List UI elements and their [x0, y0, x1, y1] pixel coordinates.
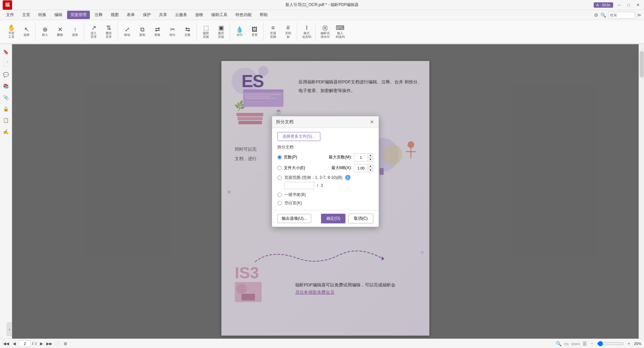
- dialog-title-label: 拆分文档: [276, 119, 293, 125]
- page-separator: /: [32, 341, 33, 346]
- by-blank-radio[interactable]: [277, 201, 282, 205]
- menu-feature[interactable]: 特色功能: [232, 11, 255, 19]
- by-bookmark-radio[interactable]: [277, 193, 282, 197]
- max-pages-input[interactable]: 1: [354, 154, 368, 161]
- crop-page-button[interactable]: ⬚ 裁剪页面: [199, 23, 213, 41]
- last-page-button[interactable]: ▶▶: [46, 340, 53, 347]
- sidebar-item-sign[interactable]: ✍: [1, 127, 11, 137]
- zoom-fit-icon[interactable]: 🔍: [556, 341, 561, 346]
- menu-file[interactable]: 文件: [3, 11, 17, 19]
- menu-share[interactable]: 共享: [156, 11, 170, 19]
- menu-expand-icon[interactable]: ≫: [637, 13, 641, 17]
- max-pages-label: 最大页数(M):: [329, 154, 352, 160]
- sidebar-item-fields[interactable]: 📋: [1, 115, 11, 125]
- ocr-icon: ㊗: [322, 25, 328, 31]
- sidebar-item-attachments[interactable]: 📎: [1, 92, 11, 102]
- replace-button[interactable]: ⇄ 替换: [150, 23, 165, 41]
- sidebar-item-comments[interactable]: 💬: [1, 70, 11, 80]
- view-mode-button[interactable]: 📄: [54, 340, 61, 347]
- menu-view[interactable]: 视图: [107, 11, 122, 19]
- move-button[interactable]: ⤢ 移动: [120, 23, 135, 41]
- view-double-icon[interactable]: ▭▭: [571, 341, 580, 346]
- sidebar-item-bookmark[interactable]: 🔖: [1, 47, 11, 57]
- crop-face-icon: ▣: [218, 25, 224, 31]
- by-blank-label: 空白页(K): [284, 200, 302, 206]
- dialog-titlebar: 拆分文档 ✕: [272, 116, 379, 128]
- prev-page-button[interactable]: ◀: [11, 340, 17, 347]
- max-pages-down-arrow[interactable]: ▼: [368, 157, 373, 161]
- max-mb-up-arrow[interactable]: ▲: [368, 164, 373, 168]
- insert-button[interactable]: ⊕ 插入: [38, 23, 52, 41]
- menu-home[interactable]: 主页: [19, 11, 34, 19]
- first-page-button[interactable]: ◀◀: [3, 340, 9, 347]
- split-icon: ✂: [170, 26, 175, 32]
- menu-help[interactable]: 帮助: [256, 11, 271, 19]
- close-button[interactable]: ✕: [635, 2, 641, 8]
- input-button[interactable]: ⌨ 输入码送码: [333, 23, 347, 41]
- delete-icon: ✕: [58, 26, 63, 32]
- header-footer-icon: ≡: [271, 25, 275, 31]
- exchange-button[interactable]: ⇆ 交换: [180, 23, 195, 41]
- menu-cloud[interactable]: 云服务: [172, 11, 191, 19]
- menu-page-manage[interactable]: 页面管理: [67, 11, 90, 19]
- extract-button[interactable]: ↑ 提取: [68, 23, 83, 41]
- cancel-button[interactable]: 取消(C): [348, 214, 373, 223]
- ocr-button[interactable]: ㊗ 融昕试用水印: [318, 23, 332, 41]
- select-files-button[interactable]: 选择更多文件(S)...: [277, 132, 320, 141]
- by-pages-radio[interactable]: [277, 155, 282, 159]
- max-mb-arrows: ▲ ▼: [368, 164, 373, 172]
- max-mb-input[interactable]: 1.00: [354, 164, 368, 172]
- range-text-input[interactable]: [284, 182, 314, 189]
- navigate-button[interactable]: ↗ 进入页序: [86, 23, 101, 41]
- thumbnail-button[interactable]: ⊞: [62, 340, 69, 347]
- max-pages-up-arrow[interactable]: ▲: [368, 154, 373, 157]
- menu-search-input[interactable]: [608, 12, 635, 18]
- max-mb-spinner[interactable]: 1.00 ▲ ▼: [354, 164, 373, 172]
- view-single-icon[interactable]: ▭: [564, 341, 569, 346]
- settings-icon[interactable]: ⚙: [594, 12, 598, 18]
- by-range-radio[interactable]: [277, 176, 282, 180]
- max-mb-down-arrow[interactable]: ▼: [368, 168, 373, 172]
- info-icon[interactable]: i: [345, 175, 351, 180]
- menu-comment[interactable]: 注释: [91, 11, 106, 19]
- search-icon[interactable]: 🔍: [600, 12, 606, 18]
- page-number-input[interactable]: [19, 340, 31, 347]
- copy-button[interactable]: ⧉ 复制: [135, 23, 150, 41]
- zoom-slider[interactable]: [597, 341, 624, 346]
- output-options-button[interactable]: 输出选项(U)...: [277, 214, 311, 223]
- sidebar-item-security[interactable]: 🔒: [1, 104, 11, 114]
- maximize-button[interactable]: □: [625, 2, 632, 8]
- by-size-radio[interactable]: [277, 166, 282, 170]
- menu-protect[interactable]: 保护: [140, 11, 154, 19]
- minimize-button[interactable]: ─: [616, 2, 623, 8]
- hand-tool-button[interactable]: ✋ 手型工具: [4, 23, 19, 41]
- menu-assist[interactable]: 辅助工具: [208, 11, 231, 19]
- zoom-out-icon[interactable]: －: [590, 341, 594, 347]
- background-button[interactable]: 🖼 背景: [247, 23, 262, 41]
- sidebar-item-layers[interactable]: 📚: [1, 81, 11, 91]
- select-tool-button[interactable]: ↖ 选择: [19, 23, 34, 41]
- watermark-button[interactable]: 💧 水印: [232, 23, 247, 41]
- ok-button[interactable]: 确定(O): [321, 214, 345, 223]
- reorder-button[interactable]: ⇅ 重排页序: [101, 23, 116, 41]
- menu-edit[interactable]: 编辑: [51, 11, 66, 19]
- tool-group-crop: ⬚ 裁剪页面 ▣ 裁页页面: [197, 22, 230, 41]
- split-button[interactable]: ✂ 拆分: [165, 23, 180, 41]
- menu-form[interactable]: 表单: [123, 11, 138, 19]
- zoom-in-icon[interactable]: ＋: [627, 341, 631, 347]
- right-scrollbar[interactable]: [639, 44, 644, 339]
- dialog-close-button[interactable]: ✕: [369, 119, 375, 125]
- next-page-button[interactable]: ▶: [38, 340, 45, 347]
- format-button[interactable]: Ⅰ 格式化页码: [299, 23, 314, 41]
- menu-convert[interactable]: 转换: [35, 11, 50, 19]
- page-num-button[interactable]: # 页码标: [281, 23, 296, 41]
- delete-button[interactable]: ✕ 删除: [53, 23, 67, 41]
- crop-face-button[interactable]: ▣ 裁页页面: [214, 23, 228, 41]
- sidebar-expand-button[interactable]: ›: [7, 323, 12, 336]
- max-pages-spinner[interactable]: 1 ▲ ▼: [354, 153, 373, 161]
- sidebar-item-pages[interactable]: 📄: [1, 58, 11, 68]
- menu-present[interactable]: 放映: [192, 11, 207, 19]
- view-continuous-icon[interactable]: ☰: [583, 341, 587, 346]
- scroll-thumb[interactable]: [640, 51, 644, 78]
- header-footer-button[interactable]: ≡ 页眉页脚: [266, 23, 280, 41]
